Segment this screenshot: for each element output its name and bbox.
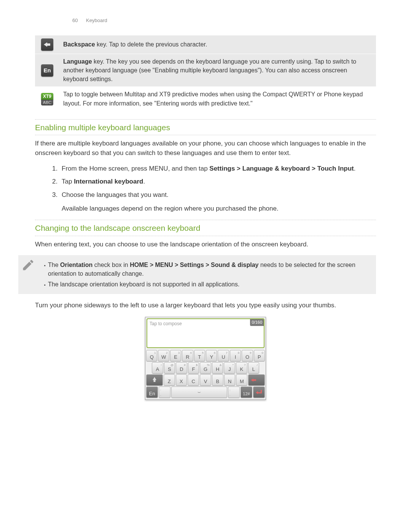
- letter-key[interactable]: @S: [164, 362, 175, 374]
- letter-key[interactable]: %G: [200, 362, 211, 374]
- letter-key[interactable]: Z: [164, 374, 175, 386]
- steps-list: From the Home screen, press MENU, and th…: [35, 164, 376, 214]
- letter-key[interactable]: 1Q: [146, 350, 157, 361]
- list-item: From the Home screen, press MENU, and th…: [59, 164, 376, 174]
- letter-key[interactable]: 2W: [158, 350, 169, 361]
- letter-key[interactable]: N: [224, 374, 236, 386]
- compose-placeholder: Tap to compose: [150, 321, 182, 327]
- letter-key[interactable]: &H: [212, 362, 223, 374]
- letter-key[interactable]: 0P: [254, 350, 265, 361]
- keyboard-row: ZXCVBNM: [146, 374, 265, 386]
- letter-key[interactable]: $F: [188, 362, 199, 374]
- xt9-key-icon: XT9 ABC: [41, 91, 53, 105]
- shift-key[interactable]: [146, 374, 163, 386]
- divider: [35, 236, 376, 236]
- table-row: XT9 ABC Tap to toggle between Multitap a…: [35, 87, 376, 111]
- punctuation-key[interactable]: :,: [159, 387, 170, 398]
- letter-key[interactable]: *J: [224, 362, 235, 374]
- letter-key[interactable]: 6Y: [206, 350, 217, 361]
- keyboard-row: En :, ;. 12#: [146, 387, 265, 398]
- letter-key[interactable]: 7U: [218, 350, 229, 361]
- punctuation-key[interactable]: ;.: [228, 387, 240, 398]
- divider: [35, 135, 376, 135]
- landscape-keyboard-figure: Tap to compose 0/160 1Q2W3E4R5T6Y7U8I9O0…: [145, 317, 266, 400]
- letter-key[interactable]: B: [212, 374, 223, 386]
- letter-key[interactable]: X: [176, 374, 187, 386]
- list-item: Tap International keyboard.: [59, 177, 376, 187]
- space-key[interactable]: [171, 387, 227, 398]
- section-intro: If there are multiple keyboard languages…: [35, 139, 376, 158]
- letter-key[interactable]: /L: [248, 362, 260, 374]
- list-item: Choose the languages that you want. Avai…: [59, 190, 376, 214]
- note-callout: The Orientation check box in HOME > MENU…: [18, 255, 376, 294]
- keyboard-rows: 1Q2W3E4R5T6Y7U8I9O0P !A@S#D$F%G&H*J?K/L …: [145, 349, 266, 399]
- symbols-key[interactable]: 12#: [241, 387, 252, 398]
- keyboard-row: 1Q2W3E4R5T6Y7U8I9O0P: [146, 350, 265, 361]
- language-key[interactable]: En: [146, 387, 158, 398]
- list-item: The Orientation check box in HOME > MENU…: [48, 260, 370, 278]
- letter-key[interactable]: 4R: [182, 350, 193, 361]
- backspace-key[interactable]: [248, 374, 265, 386]
- list-item: The landscape orientation keyboard is no…: [48, 280, 370, 289]
- keyboard-row: !A@S#D$F%G&H*J?K/L: [146, 362, 265, 374]
- letter-key[interactable]: 5T: [194, 350, 205, 361]
- pencil-icon: [21, 258, 35, 272]
- key-name: Backspace: [63, 41, 95, 48]
- page-header: 60 Keyboard: [35, 17, 376, 24]
- manual-page: 60 Keyboard Backspace key. Tap to delete…: [0, 0, 411, 532]
- letter-key[interactable]: 8I: [230, 350, 241, 361]
- letter-key[interactable]: ?K: [236, 362, 247, 374]
- letter-key[interactable]: 3E: [170, 350, 181, 361]
- letter-key[interactable]: C: [188, 374, 199, 386]
- section-intro: When entering text, you can choose to us…: [35, 240, 376, 249]
- char-counter: 0/160: [250, 319, 264, 326]
- divider: [35, 220, 376, 220]
- letter-key[interactable]: 9O: [242, 350, 253, 361]
- table-row: Backspace key. Tap to delete the previou…: [35, 35, 376, 54]
- backspace-key-icon: [41, 38, 53, 51]
- section-outro: Turn your phone sideways to the left to …: [35, 301, 376, 310]
- letter-key[interactable]: M: [236, 374, 247, 386]
- letter-key[interactable]: V: [200, 374, 211, 386]
- section-heading: Changing to the landscape onscreen keybo…: [35, 222, 376, 234]
- enter-key[interactable]: [253, 387, 265, 398]
- table-row: En Language key. The key you see depends…: [35, 54, 376, 87]
- page-number: 60: [72, 18, 78, 23]
- section-heading: Enabling multiple keyboard languages: [35, 122, 376, 133]
- compose-field[interactable]: Tap to compose 0/160: [147, 318, 264, 348]
- step-note: Available languages depend on the region…: [62, 204, 376, 214]
- section-name: Keyboard: [86, 18, 107, 23]
- letter-key[interactable]: !A: [152, 362, 163, 374]
- letter-key[interactable]: #D: [176, 362, 187, 374]
- language-key-icon: En: [41, 64, 53, 77]
- key-name: Language: [63, 58, 92, 65]
- divider: [35, 119, 376, 120]
- key-description-table: Backspace key. Tap to delete the previou…: [35, 35, 376, 111]
